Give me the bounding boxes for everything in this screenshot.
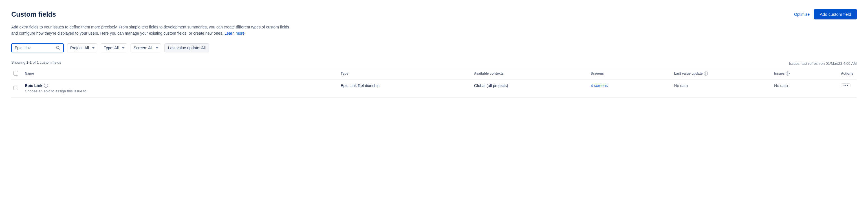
row-actions-button[interactable] bbox=[841, 83, 850, 87]
row-screens-cell: 4 screens bbox=[587, 79, 671, 97]
th-issues: Issues i bbox=[771, 68, 838, 79]
custom-fields-table: Name Type Available contexts Screens Las… bbox=[11, 68, 857, 98]
optimize-link[interactable]: Optimize bbox=[794, 12, 810, 16]
row-name-cell: Epic Link i Choose an epic to assign thi… bbox=[22, 79, 337, 97]
field-description: Choose an epic to assign this issue to. bbox=[25, 89, 334, 93]
select-all-checkbox[interactable] bbox=[13, 71, 18, 75]
search-input[interactable] bbox=[15, 46, 54, 50]
refresh-text: Issues: last refresh on 01/Mar/23 4:00 A… bbox=[789, 62, 857, 66]
header-actions: Optimize Add custom field bbox=[794, 9, 857, 20]
page-title: Custom fields bbox=[11, 10, 56, 18]
svg-point-3 bbox=[845, 85, 846, 86]
filters-bar: Project: All Type: All Screen: All Last … bbox=[11, 43, 857, 52]
ellipsis-icon bbox=[843, 85, 848, 86]
field-name-info-icon[interactable]: i bbox=[44, 84, 48, 87]
project-filter[interactable]: Project: All bbox=[67, 43, 97, 52]
issues-info-icon[interactable]: i bbox=[786, 72, 789, 75]
th-screens: Screens bbox=[587, 68, 671, 79]
add-custom-field-button[interactable]: Add custom field bbox=[814, 9, 857, 20]
table-row: Epic Link i Choose an epic to assign thi… bbox=[11, 79, 857, 97]
page-description: Add extra fields to your issues to defin… bbox=[11, 24, 293, 37]
search-icon bbox=[56, 46, 60, 50]
th-type: Type bbox=[337, 68, 471, 79]
screens-link[interactable]: 4 screens bbox=[591, 83, 608, 88]
table-header: Name Type Available contexts Screens Las… bbox=[11, 68, 857, 79]
th-contexts: Available contexts bbox=[471, 68, 587, 79]
learn-more-link[interactable]: Learn more bbox=[224, 31, 245, 35]
row-contexts-cell: Global (all projects) bbox=[471, 79, 587, 97]
svg-point-4 bbox=[847, 85, 848, 86]
row-lastval-cell: No data bbox=[671, 79, 771, 97]
search-wrapper bbox=[11, 43, 64, 52]
table-body: Epic Link i Choose an epic to assign thi… bbox=[11, 79, 857, 97]
row-issues-cell: No data bbox=[771, 79, 838, 97]
screen-filter[interactable]: Screen: All bbox=[130, 43, 161, 52]
page-header: Custom fields Optimize Add custom field bbox=[11, 9, 857, 20]
th-last-value: Last value update i bbox=[671, 68, 771, 79]
row-actions-cell bbox=[838, 79, 857, 97]
row-checkbox-cell bbox=[11, 79, 22, 97]
svg-point-2 bbox=[843, 85, 844, 86]
table-meta: Showing 1-1 of 1 custom fields Issues: l… bbox=[11, 60, 857, 67]
row-type-cell: Epic Link Relationship bbox=[337, 79, 471, 97]
row-checkbox[interactable] bbox=[13, 86, 18, 90]
th-checkbox bbox=[11, 68, 22, 79]
svg-line-1 bbox=[59, 48, 60, 49]
issues-data: No data bbox=[774, 83, 788, 88]
th-name: Name bbox=[22, 68, 337, 79]
showing-text: Showing 1-1 of 1 custom fields bbox=[11, 60, 61, 65]
last-value-data: No data bbox=[674, 83, 688, 88]
last-value-filter[interactable]: Last value update: All bbox=[164, 43, 209, 52]
last-value-info-icon[interactable]: i bbox=[704, 72, 708, 75]
field-name: Epic Link i bbox=[25, 83, 334, 88]
type-filter[interactable]: Type: All bbox=[101, 43, 127, 52]
th-actions: Actions bbox=[838, 68, 857, 79]
